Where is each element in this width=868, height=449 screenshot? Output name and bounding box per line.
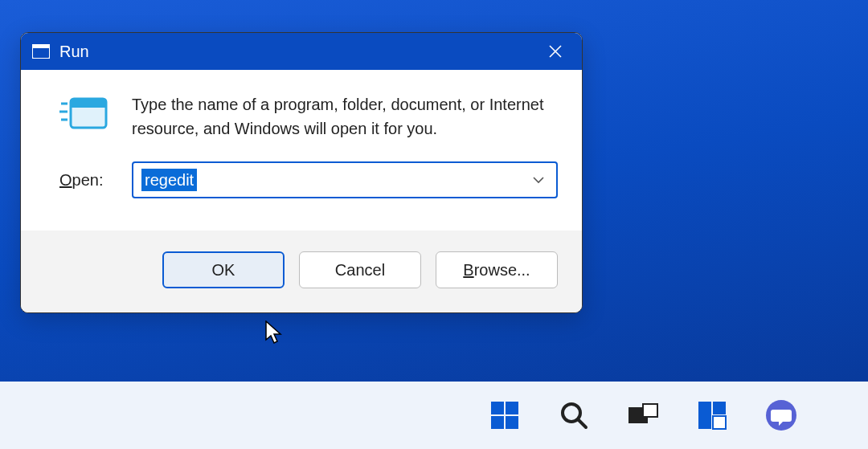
svg-rect-12 bbox=[491, 416, 504, 429]
windows-start-icon bbox=[489, 399, 521, 431]
browse-button-label: Browse... bbox=[463, 261, 530, 280]
mouse-cursor-icon bbox=[265, 320, 286, 349]
open-input-value: regedit bbox=[141, 169, 197, 191]
run-icon bbox=[59, 96, 116, 139]
svg-rect-17 bbox=[643, 404, 657, 417]
svg-rect-10 bbox=[491, 402, 504, 414]
ok-button[interactable]: OK bbox=[162, 251, 285, 288]
task-view-button[interactable] bbox=[624, 397, 661, 434]
svg-rect-1 bbox=[32, 44, 50, 48]
svg-marker-9 bbox=[266, 321, 280, 343]
search-button[interactable] bbox=[555, 397, 592, 434]
ok-button-label: OK bbox=[212, 261, 235, 280]
run-titlebar-icon bbox=[32, 44, 50, 59]
svg-line-15 bbox=[578, 419, 586, 427]
cancel-button[interactable]: Cancel bbox=[299, 251, 421, 288]
chat-button[interactable] bbox=[763, 397, 800, 434]
taskbar bbox=[0, 382, 868, 449]
widgets-button[interactable] bbox=[694, 397, 731, 434]
run-dialog: Run Type the name of a program, fol bbox=[20, 32, 583, 313]
cancel-button-label: Cancel bbox=[335, 261, 385, 280]
svg-rect-11 bbox=[506, 402, 518, 414]
open-combobox[interactable]: regedit bbox=[132, 161, 558, 198]
svg-rect-13 bbox=[506, 416, 518, 429]
search-icon bbox=[558, 399, 590, 431]
dialog-body: Type the name of a program, folder, docu… bbox=[21, 70, 582, 231]
close-icon bbox=[547, 43, 563, 59]
close-button[interactable] bbox=[535, 35, 575, 67]
svg-rect-20 bbox=[713, 416, 726, 429]
chevron-down-icon[interactable] bbox=[532, 173, 545, 187]
start-button[interactable] bbox=[486, 397, 523, 434]
task-view-icon bbox=[627, 399, 659, 431]
titlebar: Run bbox=[21, 33, 582, 70]
svg-rect-19 bbox=[713, 402, 726, 414]
button-bar: OK Cancel Browse... bbox=[21, 231, 582, 312]
dialog-title: Run bbox=[59, 43, 89, 61]
dialog-description: Type the name of a program, folder, docu… bbox=[132, 92, 558, 141]
browse-button[interactable]: Browse... bbox=[436, 251, 558, 288]
desktop-background: Run Type the name of a program, fol bbox=[0, 0, 868, 382]
svg-rect-18 bbox=[698, 402, 711, 429]
chat-icon bbox=[764, 398, 798, 432]
titlebar-left: Run bbox=[32, 43, 89, 61]
widgets-icon bbox=[696, 399, 728, 431]
svg-rect-8 bbox=[71, 99, 106, 108]
open-label: Open: bbox=[59, 171, 116, 190]
